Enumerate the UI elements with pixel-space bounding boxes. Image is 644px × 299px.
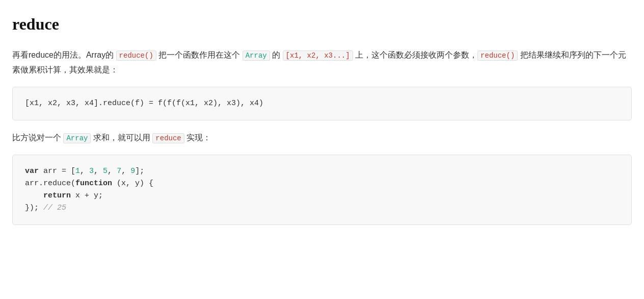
comment-result: // 25	[43, 204, 66, 212]
inline-code-reduce2: reduce()	[477, 51, 518, 61]
code-block-formula: [x1, x2, x3, x4].reduce(f) = f(f(f(x1, x…	[12, 87, 632, 120]
num-5: 5	[103, 167, 108, 176]
keyword-var: var	[25, 167, 39, 176]
keyword-function: function	[75, 179, 112, 188]
inline-code-reduce1: reduce()	[116, 51, 156, 61]
keyword-return: return	[43, 191, 71, 200]
code-line-1: var arr = [1, 3, 5, 7, 9];	[25, 165, 619, 178]
page-title: reduce	[12, 10, 632, 38]
num-3: 3	[89, 167, 94, 176]
description-1: 再看reduce的用法。Array的 reduce() 把一个函数作用在这个 A…	[12, 48, 632, 78]
code-line-4: }); // 25	[25, 202, 619, 214]
num-9: 9	[130, 167, 135, 176]
inline-code-reduce3: reduce	[152, 133, 184, 143]
code-block-example: var arr = [1, 3, 5, 7, 9]; arr.reduce(fu…	[12, 155, 632, 225]
inline-code-array-items: [x1, x2, x3...]	[283, 51, 353, 61]
description-2: 比方说对一个 Array 求和，就可以用 reduce 实现：	[12, 131, 632, 145]
inline-code-array1: Array	[243, 51, 270, 61]
code-line-3: return x + y;	[25, 190, 619, 202]
formula-line: [x1, x2, x3, x4].reduce(f) = f(f(f(x1, x…	[25, 97, 619, 110]
inline-code-array2: Array	[63, 133, 91, 143]
num-1: 1	[75, 167, 80, 176]
num-7: 7	[117, 167, 121, 176]
code-line-2: arr.reduce(function (x, y) {	[25, 178, 619, 190]
